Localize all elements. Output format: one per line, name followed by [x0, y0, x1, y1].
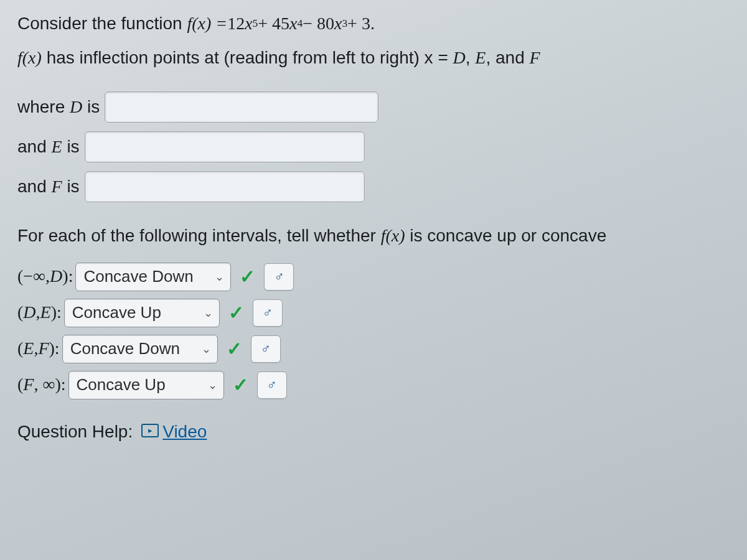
int2-mid: , [36, 300, 40, 325]
x4: x [289, 11, 297, 37]
check-icon: ✓ [227, 335, 242, 363]
preview-icon: ♂ [266, 375, 277, 395]
interval-row-1: (−∞, D ): Concave Down ⌄ ✓ ♂ [17, 263, 747, 291]
interval-2-select[interactable]: Concave Up ⌄ [64, 299, 220, 327]
int3-open: ( [17, 336, 23, 362]
int3-var2: F [38, 336, 49, 362]
instr-prefix: For each of the following intervals, tel… [17, 223, 381, 249]
play-icon: ▸ [148, 425, 153, 437]
var-E: E [475, 45, 486, 71]
int2-close: ): [51, 300, 62, 325]
preview-button-3[interactable]: ♂ [251, 335, 281, 363]
question-help-row: Question Help: ▸ Video [17, 419, 747, 445]
consider-text: Consider the function [17, 11, 187, 37]
fx-equals: f(x) = [187, 11, 227, 37]
fx2: f(x) [17, 45, 42, 71]
f-input-row: and F is [17, 171, 747, 202]
preview-button-1[interactable]: ♂ [264, 263, 294, 291]
interval-1-selected: Concave Down [83, 265, 193, 289]
minus-80: − 80 [303, 11, 334, 37]
comma-and: , and [486, 45, 529, 71]
int1-close: ): [62, 264, 73, 289]
interval-row-3: ( E , F ): Concave Down ⌄ ✓ ♂ [17, 335, 747, 363]
d-input-row: where D is [17, 91, 747, 123]
interval-4-selected: Concave Up [77, 373, 166, 397]
interval-1-select[interactable]: Concave Down ⌄ [75, 263, 231, 291]
int2-open: ( [17, 300, 23, 325]
int1-var: D [50, 264, 62, 289]
function-definition: Consider the function f(x) = 12 x5 + 45 … [17, 11, 747, 37]
x5: x [245, 11, 252, 37]
label-E: E [52, 134, 62, 160]
d-input[interactable] [105, 91, 378, 123]
var-F: F [529, 45, 540, 71]
interval-3-select[interactable]: Concave Down ⌄ [62, 335, 218, 363]
preview-icon: ♂ [260, 339, 271, 359]
var-D: D [453, 45, 466, 71]
d-is: is [82, 95, 100, 120]
instruction-line: For each of the following intervals, tel… [17, 223, 747, 249]
preview-button-4[interactable]: ♂ [257, 371, 287, 399]
inflect-text: has inflection points at (reading from l… [42, 45, 453, 71]
f-is: is [62, 174, 80, 200]
e-input-row: and E is [17, 131, 747, 162]
interval-4-select[interactable]: Concave Up ⌄ [68, 371, 224, 399]
chevron-down-icon: ⌄ [204, 305, 213, 321]
where-label: where [17, 95, 70, 120]
check-icon: ✓ [240, 263, 255, 291]
inflection-line: f(x) has inflection points at (reading f… [17, 45, 747, 71]
preview-icon: ♂ [274, 267, 284, 287]
int3-close: ): [49, 336, 60, 362]
int1-open: (−∞, [17, 264, 50, 289]
check-icon: ✓ [228, 299, 244, 327]
interval-row-4: ( F , ∞): Concave Up ⌄ ✓ ♂ [17, 371, 747, 399]
label-F: F [52, 174, 62, 200]
and-f-label: and [17, 174, 52, 200]
chevron-down-icon: ⌄ [215, 269, 224, 285]
instr-tail: is concave up or concave [405, 223, 606, 249]
int4-open: ( [17, 372, 23, 398]
int2-var2: E [40, 300, 51, 325]
plus-3: + 3. [347, 11, 375, 37]
check-icon: ✓ [233, 371, 248, 399]
chevron-down-icon: ⌄ [208, 377, 217, 393]
chevron-down-icon: ⌄ [202, 341, 211, 357]
video-icon: ▸ [141, 424, 159, 437]
and-e-label: and [17, 134, 52, 160]
video-link[interactable]: Video [162, 419, 207, 445]
plus-45: + 45 [258, 11, 289, 37]
comma1: , [466, 45, 476, 71]
question-help-label: Question Help: [17, 419, 133, 445]
interval-3-selected: Concave Down [70, 337, 180, 361]
f-input[interactable] [85, 171, 365, 202]
int2-var1: D [23, 300, 35, 325]
int4-mid: , ∞): [34, 372, 65, 398]
int4-var1: F [23, 372, 34, 398]
instr-fx: f(x) [381, 223, 405, 249]
int3-var1: E [23, 336, 34, 362]
interval-2-selected: Concave Up [72, 301, 161, 325]
preview-button-2[interactable]: ♂ [253, 299, 283, 327]
preview-icon: ♂ [263, 303, 273, 323]
interval-row-2: ( D , E ): Concave Up ⌄ ✓ ♂ [17, 299, 747, 327]
e-is: is [62, 134, 80, 160]
label-D: D [70, 95, 82, 120]
e-input[interactable] [85, 131, 365, 162]
x3: x [334, 11, 342, 37]
coef-12: 12 [227, 11, 245, 37]
